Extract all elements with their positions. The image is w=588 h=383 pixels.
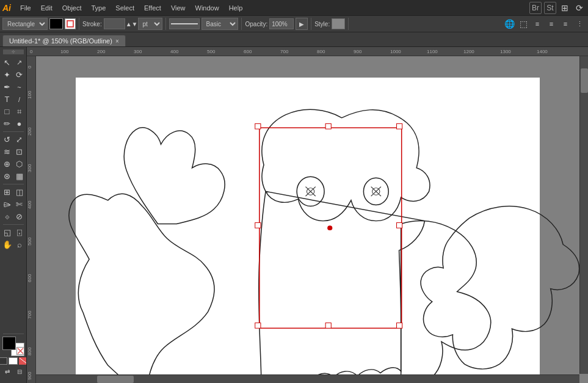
tool-row-pencil: ✏ ● [1, 118, 25, 129]
menu-file[interactable]: File [16, 3, 35, 13]
artboard-tool-btn[interactable]: ◱ [1, 227, 13, 238]
menu-edit[interactable]: Edit [37, 3, 57, 13]
stroke-color-indicator[interactable] [65, 18, 76, 29]
mini-color-sw-2[interactable] [9, 357, 18, 365]
document-tab[interactable]: Untitled-1* @ 150% (RGB/Outline) × [2, 35, 126, 46]
scale-tool-btn[interactable]: ⤢ [13, 134, 25, 145]
top-left-arm [124, 128, 225, 224]
canvas-area[interactable]: 0 100 200 300 400 500 600 700 800 900 10… [27, 47, 588, 383]
st-icon[interactable]: St [544, 2, 556, 14]
menu-select[interactable]: Select [111, 3, 139, 13]
app-logo: Ai [2, 3, 11, 13]
fill-color-swatch[interactable] [49, 18, 63, 29]
line-tool-btn[interactable]: / [13, 93, 25, 105]
menu-window[interactable]: Window [191, 3, 223, 13]
tool-row-artboard: ◱ ⌺ [1, 227, 25, 238]
grid-icon[interactable]: ⊞ [559, 2, 571, 14]
style-swatch[interactable] [332, 18, 345, 29]
mini-color-sw-3[interactable] [19, 357, 27, 365]
left-toolbar: ⊹ ↖ ↗ ✦ ⟳ ✒ ~ T / □ ⌗ ✏ ● ↺ ⤢ [0, 47, 27, 383]
perspective-grid-tool-btn[interactable]: ⬡ [13, 158, 25, 170]
direct-selection-tool-btn[interactable]: ↗ [13, 57, 25, 68]
lasso-tool-btn[interactable]: ⟳ [13, 69, 25, 81]
align-center-icon[interactable]: ≡ [545, 18, 557, 30]
ghost-head [262, 109, 430, 221]
scrollbar-thumb-horizontal[interactable] [97, 376, 134, 383]
tool-row-blend: ⟐ ⊘ [1, 211, 25, 222]
live-paint-tool-btn[interactable]: ⊘ [13, 211, 25, 222]
free-transform-tool-btn[interactable]: ⊡ [13, 146, 25, 158]
measure-tool-btn[interactable]: ✄ [13, 199, 25, 210]
rotate-tool-btn[interactable]: ↺ [1, 134, 13, 145]
shape-builder-tool-btn[interactable]: ⊕ [1, 158, 13, 170]
opacity-more-btn[interactable]: ▶ [296, 18, 308, 30]
menu-effect[interactable]: Effect [140, 3, 165, 13]
blend-tool-btn[interactable]: ⟐ [1, 211, 13, 222]
tool-row-builder: ⊕ ⬡ [1, 158, 25, 170]
selection-tool-btn[interactable]: ↖ [1, 57, 13, 68]
paintbrush-tool-btn[interactable]: ⌗ [13, 106, 25, 117]
tool-separator-3 [3, 224, 24, 225]
magic-wand-tool-btn[interactable]: ✦ [1, 69, 13, 81]
ghost-body [259, 191, 425, 383]
stroke-weight-input[interactable] [104, 18, 125, 29]
sel-handle-rm[interactable] [397, 223, 402, 228]
style-label: Style: [314, 21, 330, 27]
align-right-icon[interactable]: ≡ [559, 18, 572, 30]
align-left-icon[interactable]: ≡ [531, 18, 543, 30]
foreground-color-swatch[interactable] [2, 337, 16, 350]
right-blob [421, 206, 579, 370]
scrollbar-thumb-vertical[interactable] [581, 68, 588, 93]
tool-row-eyedropper: ⌲ ✄ [1, 199, 25, 210]
sync-icon[interactable]: ⟳ [573, 2, 586, 14]
swap-colors-btn[interactable]: ⇄ [1, 366, 13, 378]
color-area: ⇄ ⊟ [0, 332, 27, 381]
zoom-tool-btn[interactable]: ⌕ [13, 239, 25, 250]
mesh-tool-btn[interactable]: ⊞ [1, 186, 13, 198]
sel-handle-bm[interactable] [325, 323, 331, 329]
tab-close-btn[interactable]: × [115, 38, 119, 45]
arrange-icon[interactable]: ⬚ [517, 18, 529, 30]
stroke-unit-select[interactable]: pt [138, 18, 162, 30]
menu-view[interactable]: View [167, 3, 190, 13]
mini-color-sw-1[interactable] [0, 357, 7, 365]
rect-tool-btn[interactable]: □ [1, 106, 13, 117]
tool-row-shape: □ ⌗ [1, 106, 25, 117]
menu-object[interactable]: Object [58, 3, 86, 13]
pen-tool-btn[interactable]: ✒ [1, 81, 13, 93]
sel-handle-lm[interactable] [255, 223, 261, 228]
stroke-style-preview[interactable] [169, 18, 200, 29]
opacity-input[interactable] [269, 18, 294, 29]
distribute-icon[interactable]: ⋮ [573, 18, 586, 30]
br-icon[interactable]: Br [529, 2, 542, 14]
hand-tool-btn[interactable]: ✋ [1, 239, 13, 250]
scrollbar-horizontal[interactable] [36, 374, 579, 383]
main-area: ⊹ ↖ ↗ ✦ ⟳ ✒ ~ T / □ ⌗ ✏ ● ↺ ⤢ [0, 47, 588, 383]
column-graph-tool-btn[interactable]: ▦ [13, 170, 25, 182]
separator-5 [348, 18, 349, 30]
scrollbar-vertical[interactable] [579, 56, 588, 374]
stroke-profile-select[interactable]: Basic [201, 18, 238, 30]
gradient-tool-btn[interactable]: ◫ [13, 186, 25, 198]
type-tool-btn[interactable]: T [1, 93, 13, 105]
blob-brush-tool-btn[interactable]: ● [13, 118, 25, 129]
tool-name-select[interactable]: Rectangle [2, 18, 48, 30]
sel-handle-tr[interactable] [397, 123, 402, 129]
sel-handle-br[interactable] [397, 323, 402, 329]
layers-btn[interactable]: ⊟ [13, 366, 25, 378]
main-color-swatches[interactable] [2, 337, 24, 356]
menu-help[interactable]: Help [225, 3, 247, 13]
warp-tool-btn[interactable]: ≋ [1, 146, 13, 158]
tool-row-mesh: ⊞ ◫ [1, 186, 25, 198]
symbol-sprayer-tool-btn[interactable]: ⊛ [1, 170, 13, 182]
curvature-tool-btn[interactable]: ~ [13, 81, 25, 93]
slice-tool-btn[interactable]: ⌺ [13, 227, 25, 238]
tool-row-select: ↖ ↗ [1, 57, 25, 68]
menu-type[interactable]: Type [87, 3, 111, 13]
sel-handle-tl[interactable] [255, 123, 261, 129]
sel-handle-tm[interactable] [325, 123, 331, 129]
pencil-tool-btn[interactable]: ✏ [1, 118, 13, 129]
eyedropper-tool-btn[interactable]: ⌲ [1, 199, 13, 210]
globe-icon[interactable]: 🌐 [503, 18, 515, 30]
sel-handle-bl[interactable] [255, 323, 261, 329]
